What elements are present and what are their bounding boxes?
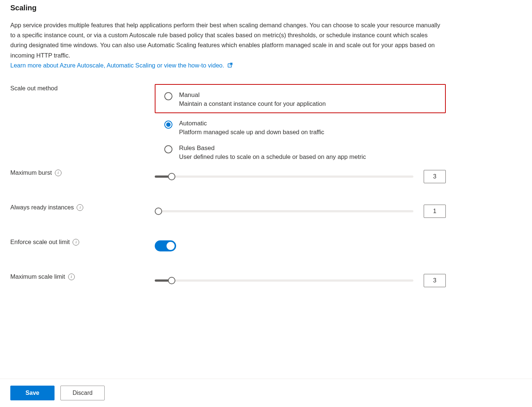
- info-icon[interactable]: [77, 204, 83, 211]
- page-title: Scaling: [10, 4, 522, 12]
- row-max-scale-limit: Maximum scale limit 3: [10, 273, 522, 288]
- radio-manual[interactable]: [164, 92, 172, 100]
- label-enforce-limit: Enforce scale out limit: [10, 239, 155, 246]
- highlight-manual-option: Manual Maintain a constant instance coun…: [155, 84, 446, 113]
- slider-thumb[interactable]: [168, 173, 175, 180]
- radio-option-manual[interactable]: Manual Maintain a constant instance coun…: [164, 91, 436, 107]
- radio-rules-based-desc: User defined rules to scale on a schedul…: [179, 153, 366, 160]
- intro-block: App service provides multiple features t…: [10, 20, 445, 71]
- radio-manual-desc: Maintain a constant instance count for y…: [179, 100, 326, 107]
- input-maximum-burst[interactable]: 3: [424, 170, 446, 183]
- learn-more-link[interactable]: Learn more about Azure Autoscale, Automa…: [10, 62, 233, 69]
- radio-automatic[interactable]: [164, 121, 172, 129]
- row-enforce-limit: Enforce scale out limit: [10, 239, 522, 253]
- label-scale-out-method: Scale out method: [10, 84, 155, 92]
- radio-option-automatic[interactable]: Automatic Platform managed scale up and …: [155, 120, 446, 136]
- radio-option-rules-based[interactable]: Rules Based User defined rules to scale …: [155, 145, 446, 160]
- radio-rules-based[interactable]: [164, 145, 172, 153]
- info-icon[interactable]: [55, 170, 62, 176]
- label-always-ready: Always ready instances: [10, 204, 155, 211]
- radio-automatic-title: Automatic: [179, 120, 324, 127]
- input-always-ready[interactable]: 1: [424, 205, 446, 218]
- learn-more-text: Learn more about Azure Autoscale, Automa…: [10, 62, 224, 69]
- slider-max-scale-limit[interactable]: [155, 276, 413, 285]
- radio-rules-based-title: Rules Based: [179, 145, 366, 152]
- label-maximum-burst: Maximum burst: [10, 169, 155, 176]
- row-maximum-burst: Maximum burst 3: [10, 169, 522, 184]
- slider-thumb[interactable]: [168, 277, 175, 284]
- slider-maximum-burst[interactable]: [155, 172, 413, 181]
- external-link-icon: [227, 61, 233, 71]
- info-icon[interactable]: [68, 274, 75, 280]
- slider-thumb[interactable]: [155, 208, 162, 215]
- label-max-scale-limit: Maximum scale limit: [10, 273, 155, 280]
- row-always-ready: Always ready instances 1: [10, 204, 522, 219]
- info-icon[interactable]: [73, 239, 79, 246]
- slider-always-ready[interactable]: [155, 207, 413, 216]
- radio-manual-title: Manual: [179, 91, 326, 99]
- toggle-enforce-limit[interactable]: [155, 240, 176, 251]
- radio-automatic-desc: Platform managed scale up and down based…: [179, 129, 324, 136]
- toggle-knob: [167, 242, 175, 250]
- row-scale-out-method: Scale out method Manual Maintain a const…: [10, 84, 522, 160]
- intro-text: App service provides multiple features t…: [10, 22, 440, 59]
- input-max-scale-limit[interactable]: 3: [424, 274, 446, 287]
